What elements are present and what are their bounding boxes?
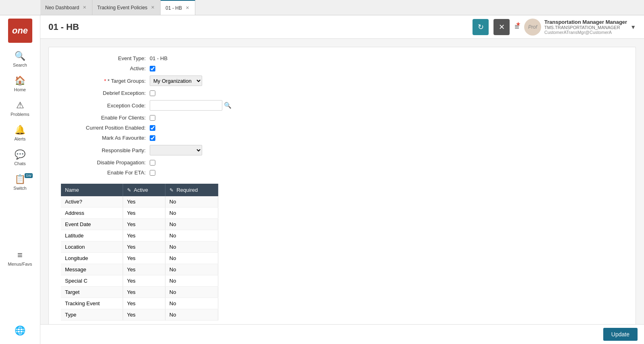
close-button[interactable]: ✕ xyxy=(493,19,510,35)
user-name: Transportation Manager Manager xyxy=(544,19,627,25)
disable-propagation-row: Disable Propagation: xyxy=(61,159,623,166)
app-logo: one xyxy=(8,19,32,43)
tab-tracking-event-policies-label: Tracking Event Policies xyxy=(97,5,147,10)
cell-active: Yes xyxy=(123,196,165,208)
sidebar-item-switch[interactable]: 📋 SW Switch xyxy=(0,170,40,195)
exception-code-input[interactable] xyxy=(150,100,222,111)
cell-name: Message xyxy=(61,264,123,275)
debrief-exception-row: Debrief Exception: xyxy=(61,90,623,96)
table-col-name: Name xyxy=(61,184,123,196)
edit-required-icon[interactable]: ✎ xyxy=(169,187,174,193)
footer-bar: Update xyxy=(40,324,644,344)
close-tracking-event-policies-icon[interactable]: ✕ xyxy=(150,5,155,10)
sidebar-item-menus-favs[interactable]: ≡ Menus/Favs xyxy=(0,246,40,271)
home-icon: 🏠 xyxy=(15,76,25,86)
warning-icon: ⚠ xyxy=(16,100,24,111)
table-col-required: ✎ Required xyxy=(165,184,218,196)
sidebar-item-globe[interactable]: 🌐 xyxy=(15,321,25,340)
table-row: Message Yes No xyxy=(61,264,218,275)
cell-name: Address xyxy=(61,208,123,219)
star-icon: ★ xyxy=(516,21,521,27)
cell-required: No xyxy=(165,264,218,275)
sidebar-item-switch-label: Switch xyxy=(13,186,26,191)
mark-as-favourite-checkbox[interactable] xyxy=(150,135,155,141)
cell-required: No xyxy=(165,253,218,264)
switch-icon: 📋 xyxy=(15,174,25,185)
cell-active: Yes xyxy=(123,264,165,275)
edit-active-icon[interactable]: ✎ xyxy=(127,187,131,193)
cell-name: Tracking Event xyxy=(61,298,123,309)
table-row: Tracking Event Yes No xyxy=(61,298,218,309)
user-info: Prof Transportation Manager Manager TMS.… xyxy=(524,19,636,36)
refresh-button[interactable]: ↻ xyxy=(473,19,489,35)
sidebar-item-home[interactable]: 🏠 Home xyxy=(0,71,40,96)
cell-required: No xyxy=(165,275,218,287)
cell-required: No xyxy=(165,241,218,253)
cell-name: Special C xyxy=(61,275,123,287)
current-position-checkbox[interactable] xyxy=(150,125,155,131)
cell-active: Yes xyxy=(123,309,165,321)
col-name-label: Name xyxy=(65,187,79,193)
cell-required: No xyxy=(165,287,218,298)
update-button[interactable]: Update xyxy=(603,328,638,341)
event-type-row: Event Type: 01 - HB xyxy=(61,55,623,61)
exception-code-search-button[interactable]: 🔍 xyxy=(222,102,233,109)
cell-active: Yes xyxy=(123,230,165,241)
col-active-label: Active xyxy=(134,187,148,193)
tab-neo-dashboard[interactable]: Neo Dashboard ✕ xyxy=(40,0,92,15)
sidebar-item-chats-label: Chats xyxy=(14,161,26,166)
sidebar-item-problems-label: Problems xyxy=(10,112,29,117)
sidebar-item-alerts[interactable]: 🔔 Alerts xyxy=(0,121,40,145)
user-email: CustomerATransMgr@CustomerA xyxy=(544,30,627,35)
debrief-exception-label: Debrief Exception: xyxy=(61,90,150,96)
table-row: Target Yes No xyxy=(61,287,218,298)
cell-active: Yes xyxy=(123,253,165,264)
table-row: Type Yes No xyxy=(61,309,218,321)
tab-tracking-event-policies[interactable]: Tracking Event Policies ✕ xyxy=(92,0,161,15)
responsible-party-row: Responsible Party: xyxy=(61,145,623,155)
enable-for-clients-checkbox[interactable] xyxy=(150,115,155,121)
target-groups-select[interactable]: My Organization All None xyxy=(150,76,202,86)
form-panel: Event Type: 01 - HB Active: * * Target G… xyxy=(48,47,636,324)
current-position-row: Current Position Enabled: xyxy=(61,125,623,131)
tab-bar: Neo Dashboard ✕ Tracking Event Policies … xyxy=(0,0,644,15)
form-container: Event Type: 01 - HB Active: * * Target G… xyxy=(40,39,644,324)
disable-propagation-checkbox[interactable] xyxy=(150,160,155,166)
active-checkbox[interactable] xyxy=(150,66,155,71)
tab-neo-dashboard-label: Neo Dashboard xyxy=(45,5,79,10)
user-dropdown-icon[interactable]: ▼ xyxy=(630,24,636,30)
cell-active: Yes xyxy=(123,208,165,219)
close-neo-dashboard-icon[interactable]: ✕ xyxy=(82,5,87,10)
tab-01-hb-label: 01 - HB xyxy=(165,5,182,11)
cell-name: Event Date xyxy=(61,219,123,230)
cell-name: Longitude xyxy=(61,253,123,264)
sidebar-item-home-label: Home xyxy=(14,87,26,92)
sidebar-item-chats[interactable]: 💬 Chats xyxy=(0,145,40,170)
bell-icon: 🔔 xyxy=(15,125,25,135)
sidebar-item-search[interactable]: 🔍 Search xyxy=(0,47,40,71)
responsible-party-label: Responsible Party: xyxy=(61,147,150,153)
enable-for-clients-label: Enable For Clients: xyxy=(61,115,150,121)
table-row: Latitude Yes No xyxy=(61,230,218,241)
table-row: Special C Yes No xyxy=(61,275,218,287)
menu-button[interactable]: ≡ ★ xyxy=(514,22,519,31)
page-title: 01 - HB xyxy=(48,22,468,32)
sidebar-item-problems[interactable]: ⚠ Problems xyxy=(0,96,40,121)
search-icon: 🔍 xyxy=(15,51,25,61)
debrief-exception-checkbox[interactable] xyxy=(150,90,155,96)
enable-for-eta-checkbox[interactable] xyxy=(150,170,155,176)
close-01-hb-icon[interactable]: ✕ xyxy=(184,5,190,11)
cell-required: No xyxy=(165,196,218,208)
cell-required: No xyxy=(165,298,218,309)
responsible-party-select[interactable] xyxy=(150,145,202,155)
cell-name: Latitude xyxy=(61,230,123,241)
sidebar-item-alerts-label: Alerts xyxy=(14,136,25,141)
exception-code-label: Exception Code: xyxy=(61,103,150,109)
target-groups-label: * * Target Groups: xyxy=(61,78,150,84)
menu-icon: ≡ xyxy=(17,250,23,260)
table-row: Event Date Yes No xyxy=(61,219,218,230)
tab-01-hb[interactable]: 01 - HB ✕ xyxy=(161,0,195,15)
cell-active: Yes xyxy=(123,275,165,287)
sidebar-item-menus-favs-label: Menus/Favs xyxy=(8,262,32,266)
avatar: Prof xyxy=(524,19,541,36)
